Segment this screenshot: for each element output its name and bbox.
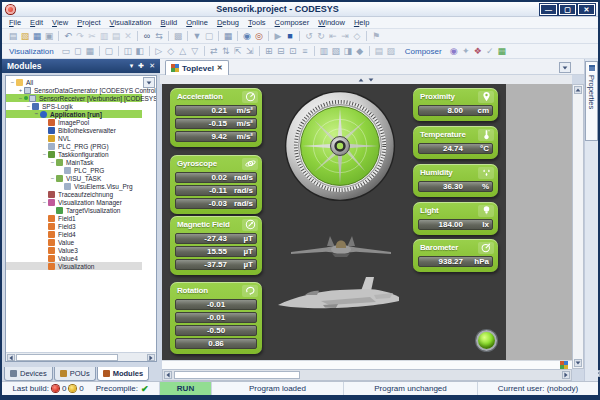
composer-toolbar-icon-2[interactable]: ❖ bbox=[472, 45, 484, 57]
tree-item-sensordatagenerator-codesys-control-win-v3[interactable]: +SensorDataGenerator [CODESYS Control Wi… bbox=[6, 86, 142, 94]
visu-toolbar-icon-9[interactable]: ▷ bbox=[153, 45, 165, 57]
toolbar-icon-30[interactable]: ⇤ bbox=[327, 30, 339, 42]
toolbar-icon-10[interactable]: ✕ bbox=[122, 30, 134, 42]
visu-toolbar-icon-1[interactable]: ◻ bbox=[72, 45, 84, 57]
toolbar-icon-0[interactable]: ▤ bbox=[7, 30, 19, 42]
tree-item-application-run[interactable]: −Application [run] bbox=[6, 110, 142, 118]
visu-toolbar-icon-22[interactable]: ≡ bbox=[299, 45, 311, 57]
dock-tab-modules[interactable]: Modules bbox=[97, 367, 149, 381]
tree-item-all[interactable]: −All bbox=[6, 78, 142, 86]
visu-toolbar-icon-7[interactable]: ◧ bbox=[134, 45, 146, 57]
toolbar-icon-34[interactable]: ⚑ bbox=[370, 30, 382, 42]
tree-item-visualization-manager[interactable]: −Visualization Manager bbox=[6, 198, 142, 206]
toolbar-icon-32[interactable]: ◇ bbox=[351, 30, 363, 42]
toolbar-icon-3[interactable]: ▣ bbox=[43, 30, 55, 42]
toolbar-icon-26[interactable]: ■ bbox=[284, 30, 296, 42]
tab-toplevel[interactable]: Toplevel ✕ bbox=[165, 60, 229, 75]
visu-toolbar-icon-6[interactable]: ◫ bbox=[122, 45, 134, 57]
tree-item-visu-task[interactable]: −VISU_TASK bbox=[6, 174, 142, 182]
tree-filter-dropdown[interactable] bbox=[143, 77, 155, 88]
tree-item-traceaufzeichnung[interactable]: Traceaufzeichnung bbox=[6, 190, 142, 198]
tree-item-field3[interactable]: Field3 bbox=[6, 222, 142, 230]
panel-close-icon[interactable]: ✕ bbox=[149, 62, 155, 70]
toolbar-icon-15[interactable]: ▩ bbox=[172, 30, 184, 42]
tree-expander-icon[interactable]: − bbox=[49, 174, 56, 182]
toolbar-icon-18[interactable]: ▢ bbox=[203, 30, 215, 42]
tree-item-sps-logik[interactable]: −SPS-Logik bbox=[6, 102, 142, 110]
composer-toolbar-icon-1[interactable]: ✦ bbox=[460, 45, 472, 57]
toolbar-icon-31[interactable]: ⇥ bbox=[339, 30, 351, 42]
tree-item-field4[interactable]: Field4 bbox=[6, 230, 142, 238]
menu-help[interactable]: Help bbox=[354, 18, 369, 27]
visu-toolbar-icon-4[interactable]: ▢ bbox=[103, 45, 115, 57]
menu-file[interactable]: File bbox=[9, 18, 21, 27]
menu-view[interactable]: View bbox=[52, 18, 68, 27]
panel-dropdown-icon[interactable]: ▾ bbox=[130, 62, 134, 70]
toolbar-icon-29[interactable]: ↻ bbox=[315, 30, 327, 42]
tree-expander-icon[interactable]: − bbox=[41, 150, 48, 158]
visu-toolbar-icon-2[interactable]: ▦ bbox=[84, 45, 96, 57]
tree-item-imagepool[interactable]: ImagePool bbox=[6, 118, 142, 126]
composer-toolbar-icon-0[interactable]: ◉ bbox=[448, 45, 460, 57]
minimize-button[interactable]: — bbox=[540, 4, 557, 15]
dock-tab-devices[interactable]: Devices bbox=[4, 367, 53, 381]
toolbar-icon-2[interactable]: ▦ bbox=[31, 30, 43, 42]
canvas-splitter[interactable] bbox=[160, 75, 572, 84]
visu-toolbar-icon-0[interactable]: ▭ bbox=[60, 45, 72, 57]
toolbar-icon-1[interactable]: ▧ bbox=[19, 30, 31, 42]
visu-toolbar-icon-15[interactable]: ⇅ bbox=[220, 45, 232, 57]
menu-window[interactable]: Window bbox=[318, 18, 345, 27]
menu-online[interactable]: Online bbox=[186, 18, 208, 27]
composer-toolbar-icon-3[interactable]: ✓ bbox=[484, 45, 496, 57]
editor-vertical-scrollbar[interactable] bbox=[572, 84, 584, 369]
tree-horizontal-scrollbar[interactable] bbox=[6, 352, 156, 361]
visu-toolbar-icon-21[interactable]: ⊡ bbox=[287, 45, 299, 57]
tree-item-value4[interactable]: Value4 bbox=[6, 254, 142, 262]
visu-toolbar-icon-11[interactable]: △ bbox=[177, 45, 189, 57]
tree-expander-icon[interactable]: − bbox=[49, 158, 56, 166]
toolbar-icon-9[interactable]: ▤ bbox=[110, 30, 122, 42]
menu-project[interactable]: Project bbox=[77, 18, 100, 27]
toolbar-icon-6[interactable]: ↷ bbox=[74, 30, 86, 42]
visu-toolbar-icon-20[interactable]: ⊟ bbox=[275, 45, 287, 57]
tree-item-nvl[interactable]: NVL bbox=[6, 134, 142, 142]
menu-tools[interactable]: Tools bbox=[248, 18, 266, 27]
tab-properties[interactable]: Properties bbox=[585, 61, 598, 141]
toolbar-icon-28[interactable]: ↺ bbox=[303, 30, 315, 42]
tree-expander-icon[interactable]: − bbox=[25, 102, 32, 110]
toolbar-icon-8[interactable]: ▥ bbox=[98, 30, 110, 42]
visu-toolbar-icon-16[interactable]: ⇱ bbox=[232, 45, 244, 57]
tree-item-taskkonfiguration[interactable]: −Taskkonfiguration bbox=[6, 150, 142, 158]
editor-horizontal-scrollbar[interactable] bbox=[162, 369, 572, 381]
tab-list-dropdown[interactable] bbox=[559, 62, 571, 73]
tree-item-value[interactable]: Value bbox=[6, 238, 142, 246]
close-button[interactable]: ✕ bbox=[578, 4, 595, 15]
tree-item-field1[interactable]: Field1 bbox=[6, 214, 142, 222]
menu-visualization[interactable]: Visualization bbox=[110, 18, 152, 27]
visu-toolbar-icon-19[interactable]: ⊞ bbox=[263, 45, 275, 57]
composer-toolbar-icon-4[interactable]: ▦ bbox=[496, 45, 508, 57]
visu-toolbar-icon-14[interactable]: ⇄ bbox=[208, 45, 220, 57]
visu-toolbar-icon-17[interactable]: ⇲ bbox=[244, 45, 256, 57]
toolbar-icon-25[interactable]: ▶ bbox=[272, 30, 284, 42]
menu-build[interactable]: Build bbox=[161, 18, 178, 27]
visu-toolbar-icon-12[interactable]: ▽ bbox=[189, 45, 201, 57]
toolbar-icon-5[interactable]: ↶ bbox=[62, 30, 74, 42]
dock-tab-pous[interactable]: POUs bbox=[54, 367, 96, 381]
visu-toolbar-icon-25[interactable]: ▧ bbox=[330, 45, 342, 57]
tree-item-sensorreceiver-verbunden-codesys-control-win-v3[interactable]: −SensorReceiver [Verbunden] [CODESYS Con… bbox=[6, 94, 142, 102]
panel-pin-icon[interactable]: ✚ bbox=[138, 62, 144, 70]
tree-item-targetvisualization[interactable]: TargetVisualization bbox=[6, 206, 142, 214]
menu-composer[interactable]: Composer bbox=[275, 18, 310, 27]
tab-close-icon[interactable]: ✕ bbox=[217, 64, 223, 72]
visu-toolbar-icon-10[interactable]: ◇ bbox=[165, 45, 177, 57]
tree-item-bibliotheksverwalter[interactable]: Bibliotheksverwalter bbox=[6, 126, 142, 134]
tree-item-value3[interactable]: Value3 bbox=[6, 246, 142, 254]
toolbar-icon-17[interactable]: ▼ bbox=[191, 30, 203, 42]
tree-item-plc-prg[interactable]: PLC_PRG bbox=[6, 166, 142, 174]
maximize-button[interactable]: ▢ bbox=[559, 4, 576, 15]
menu-debug[interactable]: Debug bbox=[217, 18, 239, 27]
visu-toolbar-icon-26[interactable]: ◨ bbox=[342, 45, 354, 57]
tree-expander-icon[interactable]: − bbox=[17, 94, 24, 102]
tree-item-visualization[interactable]: Visualization bbox=[6, 262, 142, 270]
